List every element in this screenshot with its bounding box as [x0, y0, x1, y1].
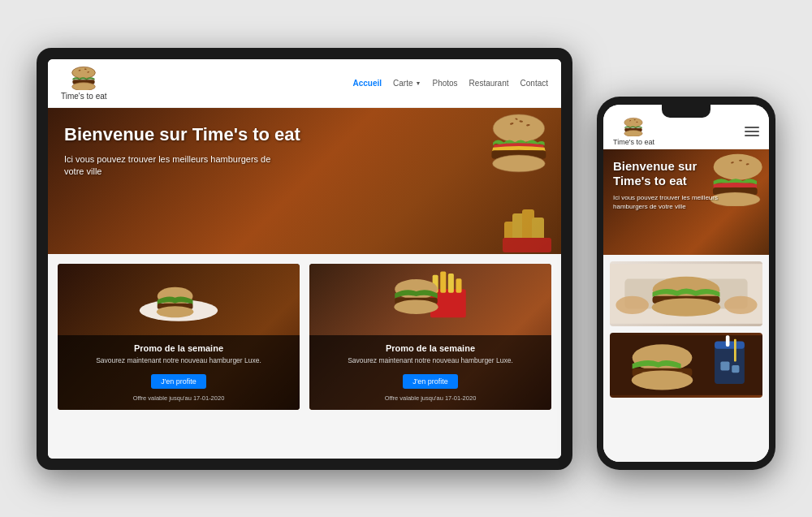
hamburger-line-2 [745, 131, 759, 132]
svg-rect-56 [732, 365, 739, 373]
svg-rect-19 [503, 238, 551, 252]
phone-frame: Time's to eat [597, 97, 775, 470]
nav-link-photos[interactable]: Photos [432, 79, 457, 88]
svg-point-32 [624, 118, 642, 127]
promo-card-1-offer: Offre valable jusqu'au 17-01-2020 [67, 394, 290, 402]
phone-wrapper: Time's to eat [597, 97, 775, 470]
nav-link-carte[interactable]: Carte ▼ [393, 79, 421, 88]
phone-hero-title: Bienvenue sur Time's to eat [613, 159, 719, 188]
promo-card-2: Promo de la semaine Savourez maintenant … [309, 264, 551, 410]
svg-rect-57 [734, 338, 736, 361]
phone-card1-illustration [610, 261, 762, 326]
svg-point-23 [157, 306, 194, 317]
promo-card-1-btn[interactable]: J'en profite [151, 374, 206, 389]
hero-fries-illustration [496, 205, 561, 254]
phone-hero-text: Bienvenue sur Time's to eat Ici vous pou… [613, 159, 719, 211]
phone-card2-illustration [610, 333, 762, 398]
carte-dropdown-icon: ▼ [416, 80, 421, 86]
tablet-hero-subtitle: Ici vous pouvez trouver les meilleurs ha… [64, 153, 275, 179]
tablet-hero-title: Bienvenue sur Time's to eat [64, 124, 300, 145]
phone-logo-area: Time's to eat [613, 117, 654, 146]
promo-card-2-title: Promo de la semaine [319, 343, 542, 353]
burger-logo-icon [69, 66, 98, 90]
svg-point-6 [72, 82, 96, 89]
phone-site-name: Time's to eat [613, 138, 654, 146]
tablet-screen: Time's to eat Accueil Carte ▼ Photos Res… [48, 59, 561, 459]
phone-burger-logo-icon [622, 117, 645, 136]
promo-card-2-desc: Savourez maintenant notre nouveau hambur… [319, 356, 542, 365]
svg-rect-26 [440, 271, 446, 292]
svg-point-40 [739, 159, 742, 161]
phone-notch [662, 105, 710, 118]
svg-point-60 [632, 370, 693, 390]
phone-hero-subtitle: Ici vous pouvez trouver les meilleurs ha… [613, 193, 719, 211]
phone-card-2 [610, 333, 762, 398]
card1-food-illustration [134, 268, 223, 325]
phone-cards [603, 255, 769, 462]
hamburger-line-1 [745, 127, 759, 128]
tablet-hero-text: Bienvenue sur Time's to eat Ici vous pou… [64, 124, 300, 179]
svg-point-31 [394, 299, 438, 314]
promo-card-1-title: Promo de la semaine [67, 343, 290, 353]
hamburger-menu-btn[interactable] [745, 127, 759, 136]
svg-point-58 [633, 344, 693, 371]
nav-link-restaurant[interactable]: Restaurant [469, 79, 509, 88]
tablet-cards: Promo de la semaine Savourez maintenant … [48, 254, 561, 459]
promo-card-1-desc: Savourez maintenant notre nouveau hambur… [67, 356, 290, 365]
scene: Time's to eat Accueil Carte ▼ Photos Res… [20, 32, 792, 486]
promo-card-2-btn[interactable]: J'en profite [403, 374, 458, 389]
card2-food-illustration [386, 268, 475, 325]
promo-card-1: Promo de la semaine Savourez maintenant … [58, 264, 300, 410]
nav-link-contact[interactable]: Contact [520, 79, 548, 88]
svg-point-48 [652, 298, 721, 316]
svg-point-49 [615, 295, 649, 313]
hamburger-line-3 [745, 135, 759, 136]
svg-rect-54 [726, 335, 730, 347]
svg-rect-27 [448, 274, 454, 293]
promo-card-2-overlay: Promo de la semaine Savourez maintenant … [309, 335, 551, 409]
promo-card-1-overlay: Promo de la semaine Savourez maintenant … [58, 335, 300, 409]
svg-point-50 [724, 295, 758, 313]
tablet-wrapper: Time's to eat Accueil Carte ▼ Photos Res… [37, 48, 572, 470]
tablet-nav-links: Accueil Carte ▼ Photos Restaurant Contac… [353, 79, 549, 88]
promo-card-2-offer: Offre valable jusqu'au 17-01-2020 [319, 394, 542, 402]
svg-point-14 [493, 155, 546, 172]
tablet-nav: Time's to eat Accueil Carte ▼ Photos Res… [48, 59, 561, 108]
hero-burger-illustration [480, 112, 553, 173]
svg-point-38 [714, 153, 762, 179]
phone-hero: Bienvenue sur Time's to eat Ici vous pou… [603, 149, 769, 255]
tablet-site-name: Time's to eat [61, 92, 107, 101]
phone-screen: Time's to eat [603, 105, 769, 462]
svg-rect-28 [456, 278, 462, 293]
nav-link-accueil[interactable]: Accueil [353, 79, 382, 88]
phone-card-1 [610, 261, 762, 326]
tablet-logo-area: Time's to eat [61, 66, 107, 101]
tablet-hero: Bienvenue sur Time's to eat Ici vous pou… [48, 108, 561, 254]
tablet-frame: Time's to eat Accueil Carte ▼ Photos Res… [37, 48, 572, 470]
svg-point-37 [624, 130, 642, 136]
svg-rect-55 [720, 361, 729, 370]
svg-point-34 [634, 119, 636, 120]
